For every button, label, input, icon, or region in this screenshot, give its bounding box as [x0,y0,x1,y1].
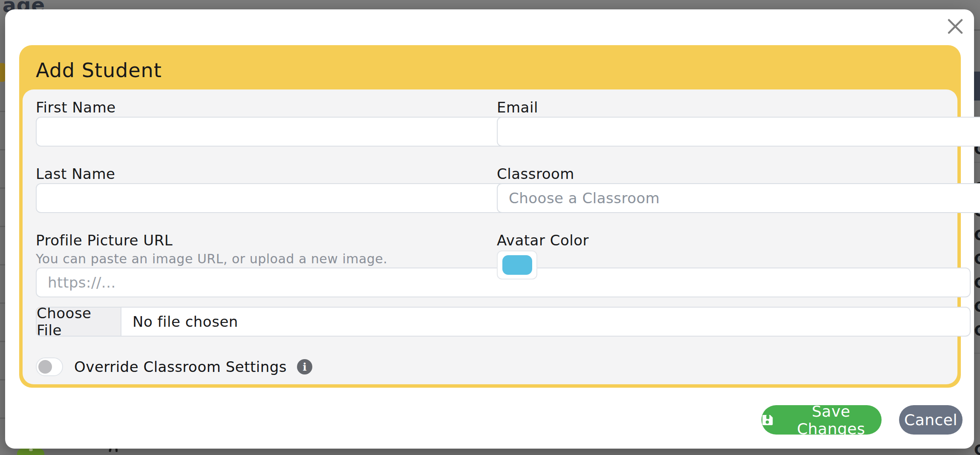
email-group: Email [497,99,945,116]
background-seam [0,226,5,227]
save-changes-button[interactable]: Save Changes [761,405,882,435]
classroom-select-value: Choose a Classroom [509,190,660,207]
background-seam [0,341,5,342]
background-row-letter: C [974,227,980,244]
background-seam [0,379,5,380]
background-row-letter: C [974,322,980,339]
modal-title: Add Student [36,59,162,82]
classroom-label: Classroom [497,165,945,182]
background-right-edge: CCCCCCCCC [974,0,980,455]
background-seam [974,257,980,258]
background-letter-fragment [115,448,118,452]
profile-picture-label: Profile Picture URL [36,232,482,249]
file-status-text: No file chosen [121,308,238,336]
override-settings-label: Override Classroom Settings [74,358,287,375]
close-icon [948,19,963,34]
cancel-label: Cancel [904,411,957,429]
close-button[interactable] [946,17,965,36]
cancel-button[interactable]: Cancel [899,405,963,435]
background-seam [974,329,980,330]
background-seam [0,187,5,189]
avatar-color-group: Avatar Color [497,232,945,249]
background-navy-fragment [974,72,980,101]
override-settings-toggle[interactable] [36,357,63,376]
avatar-color-label: Avatar Color [497,232,945,249]
classroom-group: Classroom [497,165,945,182]
last-name-group: Last Name [36,165,482,182]
profile-picture-hint: You can paste an image URL, or upload a … [36,251,482,266]
background-letter-fragment [109,448,112,452]
avatar-color-picker[interactable] [497,251,537,279]
first-name-label: First Name [36,99,482,116]
background-seam [0,302,5,304]
save-changes-label: Save Changes [781,403,882,438]
choose-file-button[interactable]: Choose File [37,308,121,336]
form-card: Add Student First Name Email Last Name C… [19,45,961,388]
background-row-letter: C [974,298,980,315]
background-seam [974,305,980,306]
info-icon[interactable]: i [297,359,312,374]
background-green-dot [29,449,33,451]
background-row-letter: C [974,251,980,268]
background-seam [974,162,980,163]
toggle-knob [38,360,52,374]
background-seam [974,29,980,31]
add-student-modal: Add Student First Name Email Last Name C… [5,9,974,449]
profile-picture-file-input[interactable]: Choose File No file chosen [36,307,971,337]
profile-picture-group: Profile Picture URL [36,232,482,249]
background-seam [0,111,5,112]
background-row-letter: C [974,441,980,455]
background-seam [0,418,5,419]
save-icon [761,413,774,427]
background-seam [974,233,980,234]
classroom-select[interactable]: Choose a Classroom [497,183,980,213]
background-seam [0,149,5,150]
avatar-color-swatch-inner [502,255,532,275]
background-green-fragment [17,449,44,455]
background-seam [0,264,5,265]
override-settings-row: Override Classroom Settings i [36,357,312,377]
email-label: Email [497,99,945,116]
email-input[interactable] [497,117,980,147]
form-panel: First Name Email Last Name Classroom Cho… [23,89,957,384]
last-name-label: Last Name [36,165,482,182]
background-seam [974,353,980,354]
background-row-letter: C [974,274,980,291]
first-name-group: First Name [36,99,482,116]
background-seam [974,281,980,282]
